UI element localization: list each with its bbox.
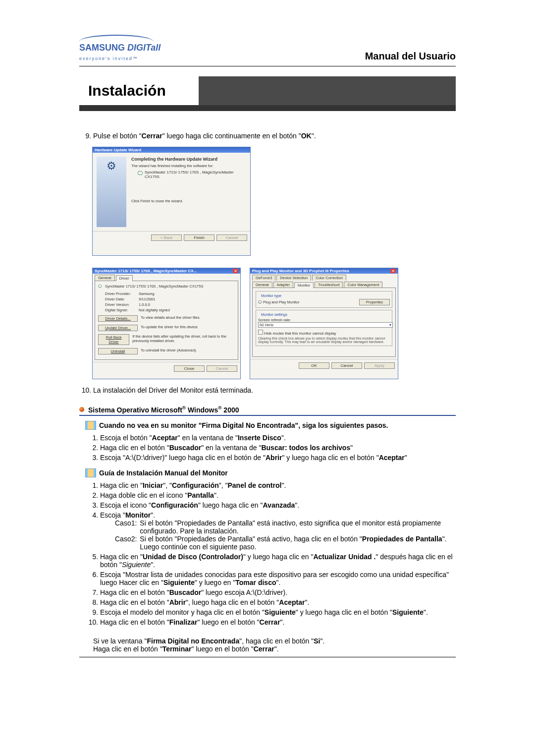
bullet-icon: [79, 407, 84, 412]
wizard-heading: Completing the Hardware Update Wizard: [131, 157, 246, 162]
cancel-button[interactable]: Cancel: [331, 362, 362, 369]
section-banner: Instalación: [79, 76, 456, 111]
roll-back-driver-button[interactable]: Roll Back Driver: [98, 334, 129, 345]
label: Driver Date:: [105, 297, 136, 301]
close-icon[interactable]: ×: [233, 269, 238, 273]
back-button: < Back: [151, 234, 182, 241]
monitor-icon: 🖵: [98, 284, 102, 289]
update-driver-button[interactable]: Update Driver...: [98, 325, 138, 331]
pnp-text: Plug and Play Monitor: [263, 300, 299, 304]
guia-step-4: Escoja "Monitor". Caso1:Si el botón "Pro…: [100, 511, 456, 551]
desc: To view details about the driver files.: [141, 315, 200, 324]
tab-geforce3[interactable]: GeForce3: [252, 275, 275, 281]
caso2-text: Si el botón "Propiedades de Pantalla" es…: [140, 535, 456, 551]
dialog-title: Plug and Play Monitor and 3D Prophet III…: [252, 269, 349, 273]
label: Driver Version:: [105, 302, 136, 307]
guia-step-2: Haga doble clic en el icono "Pantalla".: [100, 491, 456, 499]
value: 1.0.0.0: [139, 302, 150, 307]
section-icon: [85, 421, 96, 430]
guia-step-10: Haga clic en el botón "Finalizar" luego …: [100, 618, 456, 626]
guia-step-1: Haga clic en "Iniciar", "Configuración",…: [100, 481, 456, 489]
label: Digital Signer:: [105, 308, 136, 312]
device-name: SyncMaster 171S/ 175S/ 170S , MagicSyncM…: [105, 284, 203, 289]
refresh-label: Screen refresh rate:: [258, 318, 390, 322]
hardware-update-wizard-dialog: Hardware Update Wizard ⚙ Completing the …: [92, 147, 251, 256]
section-title: Instalación: [79, 76, 201, 111]
value: Not digitally signed: [139, 308, 170, 312]
device-name: SyncMaster 171S/ 175S/ 170S , MagicSyncM…: [145, 170, 246, 179]
dialog-title: SyncMaster 171S/ 175S/ 170S , MagicSyncM…: [95, 269, 197, 273]
caso1-label: Caso1:: [115, 519, 137, 535]
label: Driver Provider:: [105, 291, 136, 296]
properties-button[interactable]: Properties: [359, 299, 390, 305]
tab-monitor[interactable]: Monitor: [294, 282, 314, 288]
tab-general[interactable]: General: [252, 282, 272, 288]
section-icon: [85, 468, 96, 477]
fieldset-legend: Monitor type: [260, 293, 282, 298]
tab-general[interactable]: General: [95, 275, 115, 281]
tab-troubleshoot[interactable]: Troubleshoot: [315, 282, 343, 288]
cancel-button: Cancel: [216, 234, 247, 241]
fieldset-legend: Monitor settings: [260, 312, 288, 317]
subsection-guia: Guía de Instalación Manual del Monitor: [85, 468, 456, 477]
os-section-header: Sistema Operativo Microsoft® Windows® 20…: [79, 403, 456, 416]
bottom-rule: [79, 657, 456, 657]
value: 9/11/2001: [139, 297, 155, 301]
ok-button[interactable]: OK: [299, 362, 329, 369]
uninstall-button[interactable]: Uninstall: [98, 348, 138, 354]
step-9: Pulse el botón "Cerrar" luego haga clic …: [93, 132, 456, 140]
wizard-finish-hint: Click Finish to close the wizard.: [131, 199, 246, 203]
document-title: Manual del Usuario: [365, 51, 456, 62]
driver-properties-dialog: SyncMaster 171S/ 175S/ 170S , MagicSyncM…: [92, 268, 241, 379]
tab-color-correction[interactable]: Color Correction: [312, 275, 346, 281]
value: Samsung: [139, 291, 155, 296]
monitor-icon: 🖵: [137, 170, 143, 176]
tab-device-selection[interactable]: Device Selection: [276, 275, 311, 281]
monitor-properties-dialog: Plug and Play Monitor and 3D Prophet III…: [250, 268, 398, 379]
caso1-text: Si el botón "Propiedades de Pantalla" es…: [140, 519, 456, 535]
subsection-firma: Cuando no vea en su monitor "Firma Digit…: [85, 421, 456, 430]
wizard-text: The wizard has finished installing the s…: [131, 164, 246, 168]
desc: To update the driver for this device.: [141, 325, 199, 333]
guia-step-6: Escoja "Mostrar lista de unidades conoci…: [100, 571, 456, 586]
dialog-title: Hardware Update Wizard: [93, 147, 250, 153]
firma-step-3: Escoja "A:\(D:\driver)" luego haga clic …: [100, 454, 456, 462]
monitor-icon: 🖵: [258, 300, 262, 304]
guia-step-5: Haga clic en "Unidad de Disco (Controlad…: [100, 553, 456, 569]
caso2-label: Caso2:: [115, 535, 137, 551]
desc: If the device fails after updating the d…: [132, 334, 235, 347]
page-header: SAMSUNG DIGITall everyone's invited™ Man…: [79, 35, 456, 66]
firma-step-2: Haga clic en el botón "Buscador" en la v…: [100, 444, 456, 452]
bottom-note: Si ve la ventana "Firma Digital no Encon…: [93, 637, 456, 653]
close-button[interactable]: Close: [174, 365, 205, 372]
cancel-button: Cancel: [207, 365, 237, 372]
apply-button: Apply: [364, 362, 395, 369]
tab-color-management[interactable]: Color Management: [344, 282, 382, 288]
hide-modes-label: Hide modes that this monitor cannot disp…: [264, 331, 336, 336]
close-icon[interactable]: ×: [390, 269, 396, 273]
checkbox[interactable]: [258, 330, 263, 335]
wizard-graphic: ⚙: [97, 157, 126, 227]
tab-adapter[interactable]: Adapter: [273, 282, 293, 288]
desc: To uninstall the driver (Advanced).: [141, 348, 197, 356]
guia-step-7: Haga clic en el botón "Buscador" luego e…: [100, 588, 456, 596]
brand-logo: SAMSUNG DIGITall everyone's invited™: [79, 35, 160, 62]
guia-step-8: Haga clic en el botón "Abrir", luego hag…: [100, 598, 456, 606]
firma-step-1: Escoja el botón "Aceptar" en la ventana …: [100, 434, 456, 442]
chevron-down-icon: ▾: [389, 323, 391, 327]
tab-driver[interactable]: Driver: [116, 275, 133, 281]
refresh-rate-select[interactable]: 60 Hertz ▾: [258, 322, 393, 328]
guia-step-9: Escoja el modelo del monitor y haga clic…: [100, 608, 456, 616]
driver-details-button[interactable]: Driver Details...: [98, 315, 138, 322]
step-10: La instalación del Driver del Monitor es…: [93, 386, 456, 394]
finish-button[interactable]: Finish: [184, 234, 214, 241]
hide-modes-desc: Clearing this check box allows you to se…: [258, 337, 390, 344]
hardware-icon: ⚙: [107, 160, 116, 173]
guia-step-3: Escoja el icono "Configuración" luego ha…: [100, 501, 456, 509]
